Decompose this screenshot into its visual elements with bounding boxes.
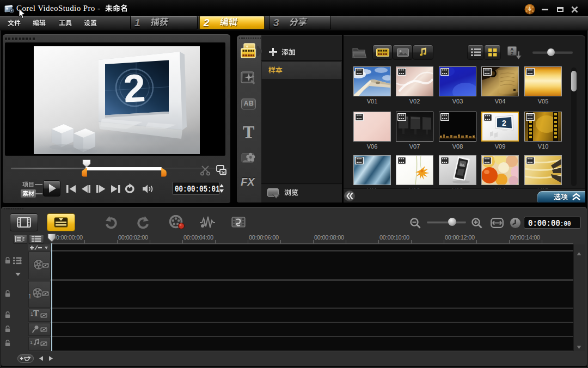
- svg-text:2: 2: [502, 119, 506, 127]
- svg-text:2: 2: [122, 66, 146, 111]
- svg-text:Z: Z: [511, 51, 513, 56]
